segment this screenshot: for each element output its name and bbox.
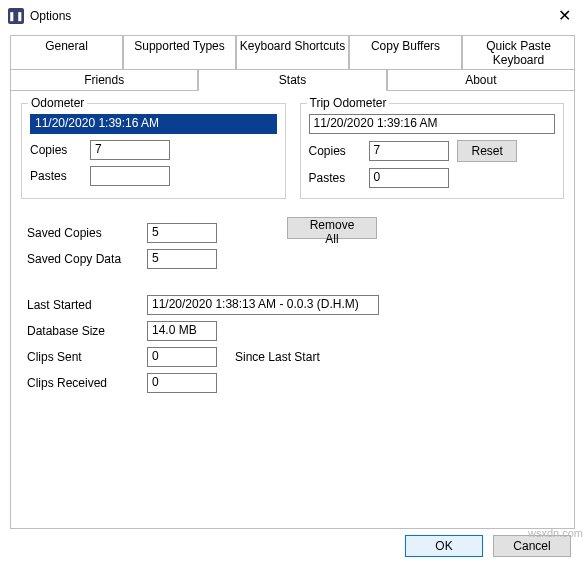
database-size-value[interactable]: 14.0 MB (147, 321, 217, 341)
odometer-copies-value[interactable]: 7 (90, 140, 170, 160)
tab-stats[interactable]: Stats (198, 69, 386, 91)
app-icon: ❚❚ (8, 8, 24, 24)
trip-copies-value[interactable]: 7 (369, 141, 449, 161)
last-started-value[interactable]: 11/20/2020 1:38:13 AM - 0.0.3 (D.H.M) (147, 295, 379, 315)
saved-copies-label: Saved Copies (27, 226, 147, 240)
database-size-label: Database Size (27, 324, 147, 338)
watermark: wsxdn.com (528, 527, 583, 539)
tab-quick-paste-keyboard[interactable]: Quick Paste Keyboard (462, 35, 575, 70)
tab-general[interactable]: General (10, 35, 123, 70)
since-last-start-label: Since Last Start (235, 350, 320, 364)
window-title: Options (30, 9, 552, 23)
tab-friends[interactable]: Friends (10, 69, 198, 91)
trip-copies-label: Copies (309, 144, 369, 158)
clips-sent-value[interactable]: 0 (147, 347, 217, 367)
trip-pastes-value[interactable]: 0 (369, 168, 449, 188)
saved-copy-data-value[interactable]: 5 (147, 249, 217, 269)
tab-about[interactable]: About (387, 69, 575, 91)
ok-button[interactable]: OK (405, 535, 483, 557)
clips-sent-label: Clips Sent (27, 350, 147, 364)
clips-received-label: Clips Received (27, 376, 147, 390)
last-started-label: Last Started (27, 298, 147, 312)
tab-keyboard-shortcuts[interactable]: Keyboard Shortcuts (236, 35, 349, 70)
close-icon[interactable]: ✕ (552, 6, 577, 25)
odometer-pastes-label: Pastes (30, 169, 90, 183)
clips-received-value[interactable]: 0 (147, 373, 217, 393)
remove-all-button[interactable]: Remove All (287, 217, 377, 239)
reset-button[interactable]: Reset (457, 140, 517, 162)
odometer-title: Odometer (28, 96, 87, 110)
tab-copy-buffers[interactable]: Copy Buffers (349, 35, 462, 70)
trip-date[interactable]: 11/20/2020 1:39:16 AM (309, 114, 556, 134)
trip-pastes-label: Pastes (309, 171, 369, 185)
saved-copy-data-label: Saved Copy Data (27, 252, 147, 266)
trip-odometer-group: Trip Odometer 11/20/2020 1:39:16 AM Copi… (300, 103, 565, 199)
tab-supported-types[interactable]: Supported Types (123, 35, 236, 70)
odometer-group: Odometer 11/20/2020 1:39:16 AM Copies 7 … (21, 103, 286, 199)
odometer-date[interactable]: 11/20/2020 1:39:16 AM (30, 114, 277, 134)
odometer-pastes-value[interactable] (90, 166, 170, 186)
odometer-copies-label: Copies (30, 143, 90, 157)
saved-copies-value[interactable]: 5 (147, 223, 217, 243)
trip-title: Trip Odometer (307, 96, 390, 110)
